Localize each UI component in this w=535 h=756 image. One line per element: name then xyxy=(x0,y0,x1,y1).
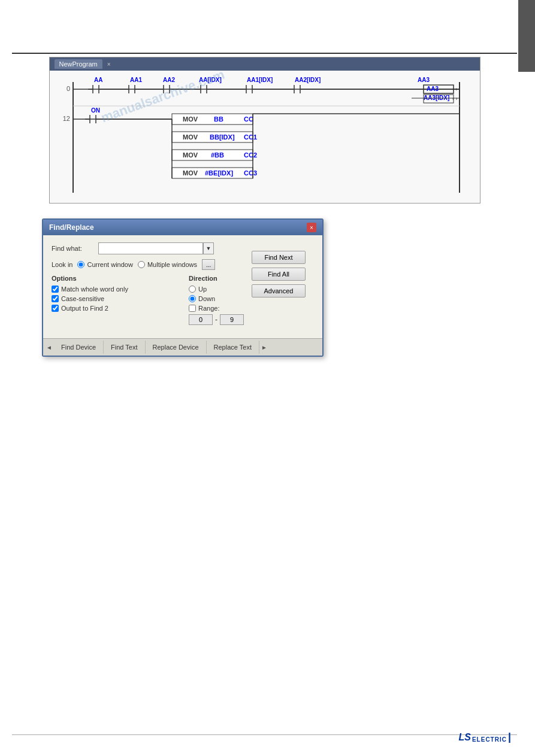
dialog-titlebar: Find/Replace × xyxy=(43,220,322,235)
logo-separator: | xyxy=(508,731,511,743)
mov-bb-cc-op: MOV xyxy=(183,116,198,123)
range-label: Range: xyxy=(198,305,219,312)
mov-bbidx-cc1-src: BB[IDX] xyxy=(210,133,235,141)
current-window-label: Current window xyxy=(87,261,132,268)
output-to-find2-checkbox[interactable] xyxy=(52,305,59,312)
case-sensitive-row[interactable]: Case-sensitive xyxy=(52,295,177,302)
mov-bb-cc-dst: CC xyxy=(244,116,253,123)
options-title: Options xyxy=(52,275,177,282)
ls-electric-logo: LS ELECTRIC | xyxy=(459,731,512,744)
var-aa2: AA2 xyxy=(163,77,175,83)
advanced-button[interactable]: Advanced xyxy=(252,284,306,297)
dialog-bottom-tabs: ◄ Find Device Find Text Replace Device R… xyxy=(43,338,322,356)
range-inputs-row: - xyxy=(189,314,314,325)
browse-button[interactable]: ... xyxy=(202,259,215,270)
dialog-body: Find Next Find All Advanced Find what: ▼ xyxy=(43,235,322,338)
mov-bbidx-cc1-dst: CC1 xyxy=(244,133,257,141)
find-device-tab[interactable]: Find Device xyxy=(54,341,104,354)
var-on: ON xyxy=(91,107,100,114)
var-aaidx: AA[IDX] xyxy=(199,77,222,83)
range-separator: - xyxy=(215,315,217,324)
tabs-next-arrow[interactable]: ► xyxy=(259,339,269,356)
direction-up-radio[interactable] xyxy=(189,286,196,293)
electric-logo-text: ELECTRIC xyxy=(472,736,507,743)
find-what-label: Find what: xyxy=(52,245,93,252)
ladder-window: NewProgram × manualsarchive.com 0 AA xyxy=(49,57,480,204)
mov-hashbeidx-cc3-src: #BE[IDX] xyxy=(205,169,233,177)
var-aa3: AA3 xyxy=(418,77,430,83)
find-what-input[interactable] xyxy=(98,242,203,254)
mov-bbidx-cc1-op: MOV xyxy=(183,133,198,141)
look-in-label: Look in xyxy=(52,261,72,268)
mov-hashbb-cc2-src: #BB xyxy=(211,151,224,159)
mov-hashbeidx-cc3-op: MOV xyxy=(183,169,198,177)
range-row[interactable]: Range: xyxy=(189,305,314,312)
ladder-tab-close[interactable]: × xyxy=(107,61,111,68)
range-to-input[interactable] xyxy=(220,314,244,325)
multiple-windows-label: Multiple windows xyxy=(147,261,197,268)
multiple-windows-radio-label[interactable]: Multiple windows xyxy=(138,261,197,268)
var-aa1idx: AA1[IDX] xyxy=(247,77,273,83)
mov-hashbeidx-cc3-dst: CC3 xyxy=(244,169,257,177)
down-label: Down xyxy=(198,295,215,302)
find-all-button[interactable]: Find All xyxy=(252,268,306,281)
current-window-radio-label[interactable]: Current window xyxy=(77,261,132,268)
ladder-diagram-svg: 0 AA AA1 AA2 AA[IDX] AA1[IDX] AA2[IDX] A… xyxy=(52,73,480,199)
ladder-titlebar: NewProgram × xyxy=(50,57,480,71)
svg-text:AA3: AA3 xyxy=(427,86,439,92)
options-column: Options Match whole word only Case-sensi… xyxy=(52,275,177,325)
ls-logo-text: LS xyxy=(459,732,471,743)
range-from-input[interactable] xyxy=(189,314,213,325)
output-to-find2-row[interactable]: Output to Find 2 xyxy=(52,305,177,312)
dialog-title: Find/Replace xyxy=(49,223,94,232)
find-next-button[interactable]: Find Next xyxy=(252,251,306,264)
ladder-body: manualsarchive.com 0 AA AA1 AA2 AA[IDX] … xyxy=(50,71,480,203)
svg-text:‹ ›: ‹ › xyxy=(452,86,458,92)
top-border-line xyxy=(12,53,517,54)
rung-0-label: 0 xyxy=(66,85,69,92)
case-sensitive-checkbox[interactable] xyxy=(52,295,59,302)
find-input-group: ▼ xyxy=(98,242,214,254)
mov-hashbb-cc2-dst: CC2 xyxy=(244,151,257,159)
main-content-area: NewProgram × manualsarchive.com 0 AA xyxy=(12,57,517,732)
var-aa2idx: AA2[IDX] xyxy=(295,77,321,83)
var-aa1: AA1 xyxy=(130,77,142,83)
up-label: Up xyxy=(198,286,207,293)
multiple-windows-radio[interactable] xyxy=(138,261,145,268)
dialog-close-button[interactable]: × xyxy=(307,223,316,232)
dialog-content-wrapper: Find Next Find All Advanced Find what: ▼ xyxy=(52,242,314,325)
svg-text:‹ ›: ‹ › xyxy=(452,96,458,102)
ladder-tab-label[interactable]: NewProgram xyxy=(55,59,102,69)
case-sensitive-label: Case-sensitive xyxy=(61,295,104,302)
bottom-border-line xyxy=(12,734,517,735)
output-to-find2-label: Output to Find 2 xyxy=(61,305,108,312)
var-aa: AA xyxy=(94,77,102,83)
replace-device-tab[interactable]: Replace Device xyxy=(146,341,207,354)
right-side-tab xyxy=(518,0,535,72)
range-checkbox[interactable] xyxy=(189,305,196,312)
match-whole-word-row[interactable]: Match whole word only xyxy=(52,286,177,293)
replace-text-tab[interactable]: Replace Text xyxy=(207,341,259,354)
match-whole-word-label: Match whole word only xyxy=(61,286,128,293)
dialog-container: Find/Replace × Find Next Find All Advanc… xyxy=(42,218,324,357)
find-text-tab[interactable]: Find Text xyxy=(104,341,145,354)
current-window-radio[interactable] xyxy=(77,261,84,268)
ladder-diagram-area: NewProgram × manualsarchive.com 0 AA xyxy=(12,57,517,207)
find-what-dropdown[interactable]: ▼ xyxy=(203,242,214,254)
rung-12-label: 12 xyxy=(62,115,69,122)
find-replace-dialog: Find/Replace × Find Next Find All Advanc… xyxy=(42,218,324,357)
tabs-prev-arrow[interactable]: ◄ xyxy=(44,339,54,356)
mov-bb-cc-src: BB xyxy=(214,116,223,123)
action-buttons-group: Find Next Find All Advanced xyxy=(252,251,306,297)
mov-hashbb-cc2-op: MOV xyxy=(183,151,198,159)
direction-down-radio[interactable] xyxy=(189,295,196,302)
match-whole-word-checkbox[interactable] xyxy=(52,286,59,293)
